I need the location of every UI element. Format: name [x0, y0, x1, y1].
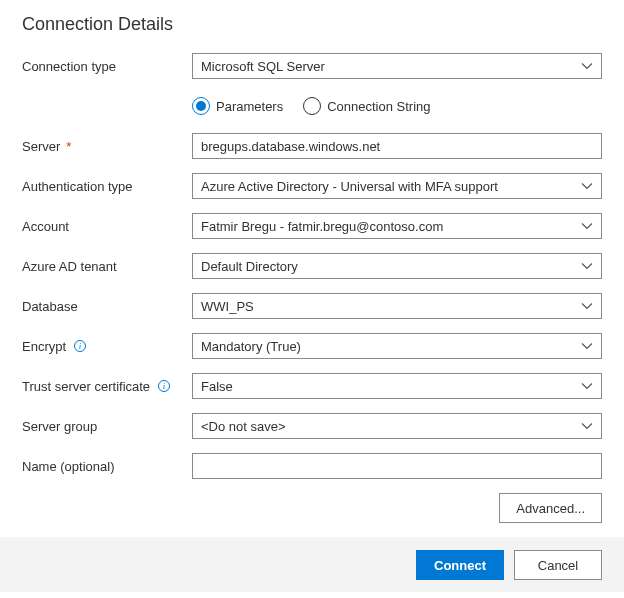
- trust-select[interactable]: False: [192, 373, 602, 399]
- radio-icon: [192, 97, 210, 115]
- chevron-down-icon: [581, 300, 593, 312]
- row-auth-type: Authentication type Azure Active Directo…: [22, 173, 602, 199]
- account-select[interactable]: Fatmir Bregu - fatmir.bregu@contoso.com: [192, 213, 602, 239]
- label-account: Account: [22, 219, 192, 234]
- connection-type-select[interactable]: Microsoft SQL Server: [192, 53, 602, 79]
- row-database: Database WWI_PS: [22, 293, 602, 319]
- row-tenant: Azure AD tenant Default Directory: [22, 253, 602, 279]
- label-tenant: Azure AD tenant: [22, 259, 192, 274]
- row-server: Server *: [22, 133, 602, 159]
- label-encrypt: Encrypt: [22, 339, 66, 354]
- chevron-down-icon: [581, 60, 593, 72]
- server-input[interactable]: [201, 139, 593, 154]
- chevron-down-icon: [581, 340, 593, 352]
- row-input-mode: Parameters Connection String: [22, 93, 602, 119]
- chevron-down-icon: [581, 420, 593, 432]
- row-name: Name (optional): [22, 453, 602, 479]
- server-input-wrap[interactable]: [192, 133, 602, 159]
- advanced-button[interactable]: Advanced...: [499, 493, 602, 523]
- account-value: Fatmir Bregu - fatmir.bregu@contoso.com: [201, 219, 575, 234]
- chevron-down-icon: [581, 260, 593, 272]
- server-group-value: <Do not save>: [201, 419, 575, 434]
- row-trust: Trust server certificate i False: [22, 373, 602, 399]
- row-account: Account Fatmir Bregu - fatmir.bregu@cont…: [22, 213, 602, 239]
- cancel-button[interactable]: Cancel: [514, 550, 602, 580]
- label-server-group: Server group: [22, 419, 192, 434]
- radio-parameters-label: Parameters: [216, 99, 283, 114]
- name-input-wrap[interactable]: [192, 453, 602, 479]
- label-trust: Trust server certificate: [22, 379, 150, 394]
- radio-connection-string[interactable]: Connection String: [303, 97, 430, 115]
- chevron-down-icon: [581, 180, 593, 192]
- auth-type-value: Azure Active Directory - Universal with …: [201, 179, 575, 194]
- info-icon[interactable]: i: [74, 340, 86, 352]
- connection-details-dialog: Connection Details Connection type Micro…: [0, 0, 624, 523]
- chevron-down-icon: [581, 220, 593, 232]
- label-name: Name (optional): [22, 459, 192, 474]
- connection-type-value: Microsoft SQL Server: [201, 59, 575, 74]
- label-auth-type: Authentication type: [22, 179, 192, 194]
- required-indicator: *: [66, 139, 71, 154]
- label-connection-type: Connection type: [22, 59, 192, 74]
- trust-value: False: [201, 379, 575, 394]
- label-server: Server: [22, 139, 60, 154]
- auth-type-select[interactable]: Azure Active Directory - Universal with …: [192, 173, 602, 199]
- encrypt-select[interactable]: Mandatory (True): [192, 333, 602, 359]
- connect-button[interactable]: Connect: [416, 550, 504, 580]
- dialog-title: Connection Details: [22, 14, 602, 35]
- name-input[interactable]: [201, 459, 593, 474]
- radio-icon: [303, 97, 321, 115]
- row-encrypt: Encrypt i Mandatory (True): [22, 333, 602, 359]
- chevron-down-icon: [581, 380, 593, 392]
- row-server-group: Server group <Do not save>: [22, 413, 602, 439]
- encrypt-value: Mandatory (True): [201, 339, 575, 354]
- database-value: WWI_PS: [201, 299, 575, 314]
- tenant-value: Default Directory: [201, 259, 575, 274]
- server-group-select[interactable]: <Do not save>: [192, 413, 602, 439]
- radio-connection-string-label: Connection String: [327, 99, 430, 114]
- label-database: Database: [22, 299, 192, 314]
- radio-parameters[interactable]: Parameters: [192, 97, 283, 115]
- row-advanced: Advanced...: [22, 493, 602, 523]
- database-select[interactable]: WWI_PS: [192, 293, 602, 319]
- tenant-select[interactable]: Default Directory: [192, 253, 602, 279]
- info-icon[interactable]: i: [158, 380, 170, 392]
- row-connection-type: Connection type Microsoft SQL Server: [22, 53, 602, 79]
- dialog-footer: Connect Cancel: [0, 537, 624, 592]
